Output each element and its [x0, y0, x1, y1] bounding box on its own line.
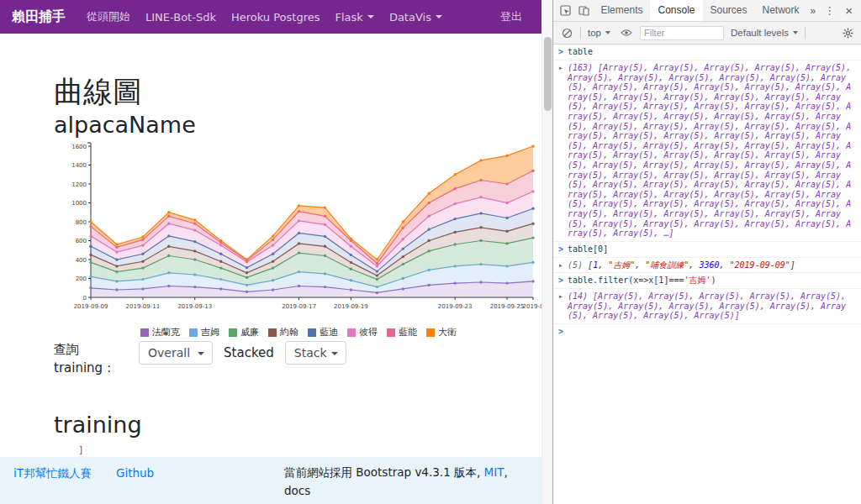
legend-swatch [140, 328, 149, 337]
page-title: 曲線圖 [54, 72, 142, 112]
stack-select[interactable]: Stack [285, 341, 346, 365]
legend-item: 藍能 [387, 326, 417, 339]
nav-item-datavis-label: DataVis [389, 11, 431, 24]
legend-item: 約翰 [268, 326, 298, 339]
console-array-preview: (163) [Array(5), Array(5), Array(5), Arr… [568, 63, 856, 239]
footer-link-mit[interactable]: MIT [484, 465, 504, 479]
footer-link-ithelp[interactable]: iT邦幫忙鐵人賽 [13, 466, 92, 481]
console-output: > table ▶ (163) [Array(5), Array(5), Arr… [553, 45, 861, 339]
log-levels-select[interactable]: Default levels [728, 28, 800, 38]
separator [805, 27, 806, 39]
legend-swatch [229, 328, 237, 337]
nav-item-heroku[interactable]: Heroku Postgres [224, 11, 328, 24]
console-filter-input[interactable] [640, 26, 724, 40]
console-command: table[0] [568, 244, 608, 255]
svg-text:1400: 1400 [71, 162, 87, 169]
log-levels-value: Default levels [731, 28, 789, 38]
console-prompt-icon: > [557, 244, 565, 255]
console-settings-gear-icon[interactable] [838, 23, 857, 43]
svg-text:1200: 1200 [71, 181, 87, 188]
query-label: 查詢 training： [54, 341, 128, 378]
legend-label: 法蘭克 [152, 326, 180, 339]
inspect-element-icon[interactable] [557, 1, 575, 21]
svg-text:800: 800 [76, 219, 87, 226]
svg-text:1600: 1600 [71, 144, 87, 150]
scrollbar-thumb[interactable] [544, 37, 552, 111]
stacked-label: Stacked [224, 341, 274, 360]
legend-label: 約翰 [280, 326, 298, 339]
legend-swatch [268, 328, 277, 337]
curve-chart: 020040060080010001200140016002019-09-092… [55, 138, 541, 321]
context-selector[interactable]: top [585, 28, 613, 38]
expand-caret-icon[interactable]: ▶ [557, 260, 565, 269]
legend-item: 法蘭克 [140, 326, 180, 339]
console-input-entry: > table.filter(x=>x[1]==='吉姆') [553, 273, 861, 289]
more-tabs-icon[interactable]: » [807, 5, 820, 17]
training-section-title: training [54, 412, 142, 438]
svg-text:2019-09-11: 2019-09-11 [126, 303, 161, 310]
navbar-brand[interactable]: 賴田捕手 [12, 8, 66, 26]
legend-item: 吉姆 [189, 326, 219, 339]
svg-text:2019-09-23: 2019-09-23 [438, 303, 473, 310]
legend-label: 藍能 [399, 326, 417, 339]
nav-item-logout[interactable]: 登出 [493, 9, 530, 24]
devtools-close-icon[interactable]: × [840, 3, 858, 18]
chevron-down-icon [605, 31, 610, 34]
footer-credits: 當前網站採用 Bootstrap v4.3.1 版本, MIT, docs CC… [284, 464, 536, 504]
console-input-entry: > table[0] [553, 242, 861, 258]
tab-elements[interactable]: Elements [593, 0, 650, 21]
svg-text:1000: 1000 [71, 200, 87, 207]
devtools-panel: Elements Console Sources Network » ⋮ × t… [552, 0, 861, 504]
web-page: 賴田捕手 從頭開始 LINE-Bot-Sdk Heroku Postgres F… [0, 0, 541, 504]
console-prompt-entry[interactable]: > [553, 324, 861, 339]
console-toolbar: top Default levels [553, 22, 861, 45]
legend-label: 彼得 [359, 326, 378, 339]
tab-sources[interactable]: Sources [703, 0, 755, 21]
legend-label: 大衛 [438, 326, 457, 339]
chevron-down-icon [198, 352, 204, 355]
console-input-entry: > table [553, 45, 861, 60]
footer-link-github[interactable]: Github [116, 466, 154, 480]
query-controls: 查詢 training： Overall Stacked Stack [54, 341, 346, 378]
svg-text:2019-09-13: 2019-09-13 [177, 303, 212, 310]
svg-text:2019-09-19: 2019-09-19 [334, 303, 368, 310]
svg-text:2019-0: 2019-0 [523, 303, 541, 310]
nav-item-start[interactable]: 從頭開始 [79, 9, 138, 24]
nav-item-linebot[interactable]: LINE-Bot-Sdk [138, 11, 224, 24]
curve-chart-svg: 020040060080010001200140016002019-09-092… [55, 138, 541, 321]
overall-select[interactable]: Overall [139, 341, 213, 365]
svg-text:600: 600 [76, 238, 87, 244]
legend-swatch [189, 328, 198, 337]
legend-item: 彼得 [347, 326, 378, 339]
live-expression-eye-icon[interactable] [617, 23, 636, 43]
chevron-down-icon [793, 31, 798, 34]
nav-item-datavis[interactable]: DataVis [382, 11, 450, 24]
console-array-preview: (14) [Array(5), Array(5), Array(5), Arra… [568, 291, 856, 321]
legend-item: 大衛 [426, 326, 457, 339]
chevron-down-icon [367, 15, 374, 18]
tab-console[interactable]: Console [650, 0, 702, 21]
clear-console-icon[interactable] [557, 23, 576, 43]
legend-swatch [426, 328, 435, 337]
console-result-entry: ▶ (5) [1, "吉姆", "哺食訓練", 3360, "2019-09-0… [553, 258, 861, 274]
expand-caret-icon[interactable]: ▶ [557, 291, 565, 300]
nav-item-flask[interactable]: Flask [328, 11, 382, 24]
legend-item: 藍迪 [308, 326, 338, 339]
expand-caret-icon[interactable]: ▶ [557, 63, 565, 71]
console-prompt-icon: > [557, 276, 565, 286]
legend-swatch [308, 328, 316, 337]
nav-item-flask-label: Flask [335, 11, 363, 24]
console-prompt-icon: > [557, 327, 565, 337]
navbar: 賴田捕手 從頭開始 LINE-Bot-Sdk Heroku Postgres F… [0, 0, 541, 34]
legend-label: 威廉 [240, 326, 259, 339]
legend-swatch [347, 328, 356, 337]
device-toolbar-icon[interactable] [575, 1, 594, 21]
svg-text:2019-09-25: 2019-09-25 [490, 303, 525, 310]
svg-text:2019-09-09: 2019-09-09 [74, 303, 108, 310]
console-array-values: (5) [1, "吉姆", "哺食訓練", 3360, "2019-09-09"… [568, 260, 795, 270]
tab-network[interactable]: Network [755, 0, 807, 21]
console-result-entry: ▶ (163) [Array(5), Array(5), Array(5), A… [553, 60, 861, 242]
devtools-tabbar: Elements Console Sources Network » ⋮ × [553, 0, 861, 22]
devtools-menu-icon[interactable]: ⋮ [819, 4, 840, 17]
chart-legend: 法蘭克吉姆威廉約翰藍迪彼得藍能大衛 [55, 326, 541, 339]
